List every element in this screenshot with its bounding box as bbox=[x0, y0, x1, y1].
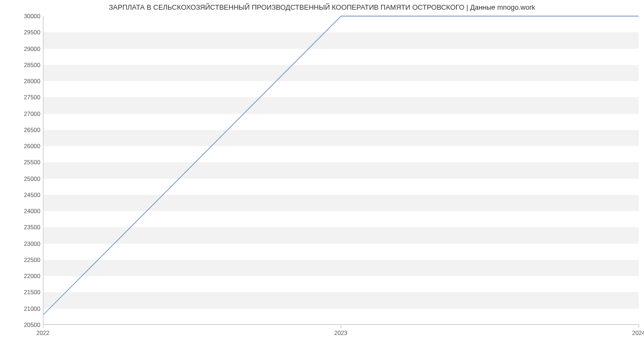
y-tick-label: 23500 bbox=[3, 224, 40, 230]
y-tick-label: 28000 bbox=[3, 78, 40, 84]
x-tick bbox=[43, 325, 43, 328]
y-tick-label: 20500 bbox=[3, 322, 40, 328]
y-tick-label: 29500 bbox=[3, 29, 40, 35]
chart-title: ЗАРПЛАТА В СЕЛЬСКОХОЗЯЙСТВЕННЫЙ ПРОИЗВОД… bbox=[0, 3, 644, 11]
y-tick-label: 22000 bbox=[3, 273, 40, 279]
series-line bbox=[43, 16, 639, 315]
x-tick-label: 2024 bbox=[632, 330, 644, 336]
y-tick-label: 27000 bbox=[3, 111, 40, 117]
plot-area bbox=[43, 16, 639, 325]
series-svg bbox=[43, 16, 639, 324]
y-tick-label: 21000 bbox=[3, 306, 40, 312]
y-tick-label: 25500 bbox=[3, 159, 40, 165]
y-tick-label: 24500 bbox=[3, 192, 40, 198]
y-tick-label: 29000 bbox=[3, 46, 40, 52]
y-tick-label: 24000 bbox=[3, 208, 40, 214]
y-tick-label: 30000 bbox=[3, 13, 40, 19]
y-tick-label: 26500 bbox=[3, 127, 40, 133]
y-tick-label: 27500 bbox=[3, 94, 40, 100]
y-tick-label: 22500 bbox=[3, 257, 40, 263]
y-tick-label: 25000 bbox=[3, 176, 40, 182]
y-tick-label: 23000 bbox=[3, 241, 40, 247]
salary-line-chart: ЗАРПЛАТА В СЕЛЬСКОХОЗЯЙСТВЕННЫЙ ПРОИЗВОД… bbox=[0, 0, 644, 349]
x-tick bbox=[341, 325, 341, 328]
x-tick bbox=[639, 325, 639, 328]
x-tick-label: 2023 bbox=[334, 330, 347, 336]
y-tick-label: 28500 bbox=[3, 62, 40, 68]
x-tick-label: 2022 bbox=[36, 330, 49, 336]
y-tick-label: 26000 bbox=[3, 143, 40, 149]
y-tick-label: 21500 bbox=[3, 289, 40, 295]
